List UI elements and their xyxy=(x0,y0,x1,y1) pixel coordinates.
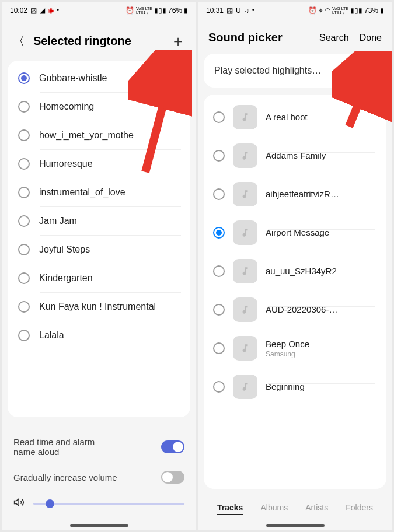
radio-button[interactable] xyxy=(213,304,225,316)
ringtone-name: Joyful Steps xyxy=(39,244,90,255)
volume-slider-thumb[interactable] xyxy=(46,499,54,508)
music-note-icon xyxy=(233,144,257,168)
status-time: 10:31 xyxy=(206,6,224,15)
gallery-icon: ▨ xyxy=(30,6,37,15)
status-bar: 10:31 ▨ U ♫ • ⏰ ⌖ ◠ VoG LTELTE1 ↕ ▮▯▮ 73… xyxy=(198,2,392,19)
sound-title: Beginning xyxy=(266,382,377,391)
radio-button[interactable] xyxy=(18,158,30,170)
volte-icon: VoG LTELTE1 ↕ xyxy=(136,6,152,15)
ringtone-item[interactable]: how_i_met_yor_mothe xyxy=(40,121,181,149)
tab-artists[interactable]: Artists xyxy=(305,503,328,515)
music-note-icon xyxy=(233,220,257,245)
ringtone-name: Kindergarten xyxy=(39,273,93,284)
ringtone-name: Gubbare-whistle xyxy=(39,73,107,83)
ringtone-item[interactable]: Kun Faya kun ! Instrumental xyxy=(40,292,181,321)
ringtone-list[interactable]: Gubbare-whistle Homecoming how_i_met_yor… xyxy=(8,61,190,353)
tab-albums[interactable]: Albums xyxy=(260,503,288,515)
tab-tracks[interactable]: Tracks xyxy=(217,503,243,515)
ringtone-item[interactable]: Joyful Steps xyxy=(40,235,181,264)
highlights-toggle[interactable] xyxy=(353,64,376,77)
radio-button[interactable] xyxy=(18,272,30,284)
sound-item[interactable]: Airport Message xyxy=(204,214,386,252)
ringtone-item[interactable]: Kindergarten xyxy=(40,264,181,292)
sound-item[interactable]: A real hoot xyxy=(204,98,386,136)
sound-item[interactable]: au_uu_SzH34yR2 xyxy=(204,252,386,290)
battery-text: 76% xyxy=(168,6,182,15)
music-note-icon xyxy=(233,298,257,322)
ringtone-name: instrumental_of_love xyxy=(39,187,125,198)
read-aloud-setting[interactable]: Read time and alarm name aloud xyxy=(13,430,184,464)
sound-item[interactable]: aibjeetfeatritvizR… xyxy=(204,175,386,214)
ringtone-item[interactable]: instrumental_of_love xyxy=(40,178,181,206)
radio-button[interactable] xyxy=(213,265,225,277)
radio-button[interactable] xyxy=(18,215,30,227)
radio-button[interactable] xyxy=(18,187,30,198)
ringtone-item[interactable]: Jam Jam xyxy=(40,206,181,235)
read-aloud-toggle[interactable] xyxy=(161,440,184,453)
ringtone-item[interactable]: Lalala xyxy=(40,321,181,349)
radio-button[interactable] xyxy=(18,130,30,141)
radio-button[interactable] xyxy=(18,72,30,84)
ringtone-item[interactable]: Humoresque xyxy=(40,149,181,178)
radio-button[interactable] xyxy=(18,330,30,341)
ringtone-name: how_i_met_yor_mothe xyxy=(39,130,134,141)
tab-folders[interactable]: Folders xyxy=(346,503,373,515)
done-button[interactable]: Done xyxy=(360,33,382,43)
volume-slider-row xyxy=(13,491,184,516)
radio-button[interactable] xyxy=(213,111,225,123)
radio-button[interactable] xyxy=(18,101,30,113)
ringtone-name: Kun Faya kun ! Instrumental xyxy=(39,302,156,312)
home-indicator[interactable] xyxy=(266,524,325,527)
music-note-icon xyxy=(233,259,257,284)
sound-list[interactable]: A real hoot Addams Family aibjeetfeatrit… xyxy=(204,94,386,410)
header: Sound picker Search Done xyxy=(198,19,392,54)
battery-text: 73% xyxy=(364,6,378,15)
radio-button[interactable] xyxy=(213,150,225,162)
sound-title: Airport Message xyxy=(266,228,377,237)
ringtone-item[interactable]: Homecoming xyxy=(40,92,181,121)
sound-item[interactable]: AUD-20220306-… xyxy=(204,290,386,329)
sound-item[interactable]: Beep Once Samsung xyxy=(204,329,386,368)
header: 〈 Selected ringtone ＋ xyxy=(2,19,196,61)
volume-slider[interactable] xyxy=(33,503,184,505)
gradually-toggle[interactable] xyxy=(161,471,184,484)
sound-title: au_uu_SzH34yR2 xyxy=(266,266,377,276)
telegram-icon: ◢ xyxy=(40,6,45,15)
radio-button[interactable] xyxy=(18,301,30,313)
phone-left-ringtone: 10:02 ▨ ◢ ◉ • ⏰ VoG LTELTE1 ↕ ▮▯▮ 76% ▮ … xyxy=(2,2,196,530)
sound-artist: Samsung xyxy=(266,350,377,358)
sound-title: AUD-20220306-… xyxy=(266,304,377,314)
ringtone-list-card: Gubbare-whistle Homecoming how_i_met_yor… xyxy=(8,61,190,417)
settings-section: Read time and alarm name aloud Gradually… xyxy=(2,424,196,522)
ringtone-item[interactable]: Gubbare-whistle xyxy=(8,64,190,92)
radio-button[interactable] xyxy=(213,227,225,239)
location-icon: ⌖ xyxy=(319,6,323,15)
sound-title: A real hoot xyxy=(266,112,377,122)
signal-icon: ▮▯▮ xyxy=(350,6,362,15)
home-indicator[interactable] xyxy=(70,524,128,527)
sound-item[interactable]: Beginning xyxy=(204,368,386,406)
page-title: Sound picker xyxy=(208,31,311,44)
volte-icon: VoG LTELTE1 ↕ xyxy=(332,6,348,15)
search-button[interactable]: Search xyxy=(319,33,349,43)
wifi-icon: ◠ xyxy=(325,6,330,15)
back-icon[interactable]: 〈 xyxy=(12,33,25,50)
gallery-icon: ▨ xyxy=(226,6,233,15)
gradually-increase-setting[interactable]: Gradually increase volume xyxy=(13,464,184,491)
highlights-label: Play selected highlights… xyxy=(214,65,321,76)
radio-button[interactable] xyxy=(213,188,225,200)
gradually-label: Gradually increase volume xyxy=(13,473,117,482)
status-time: 10:02 xyxy=(10,6,27,15)
music-status-icon: ♫ xyxy=(244,6,249,15)
music-note-icon xyxy=(233,182,257,206)
sound-item[interactable]: Addams Family xyxy=(204,136,386,175)
add-button[interactable]: ＋ xyxy=(170,31,186,51)
radio-button[interactable] xyxy=(18,244,30,256)
highlights-card: Play selected highlights… xyxy=(204,54,386,88)
radio-button[interactable] xyxy=(213,342,225,354)
radio-button[interactable] xyxy=(213,381,225,393)
ringtone-name: Homecoming xyxy=(39,102,94,112)
alarm-icon: ⏰ xyxy=(125,6,134,15)
ringtone-name: Humoresque xyxy=(39,159,93,169)
music-note-icon xyxy=(233,374,257,399)
